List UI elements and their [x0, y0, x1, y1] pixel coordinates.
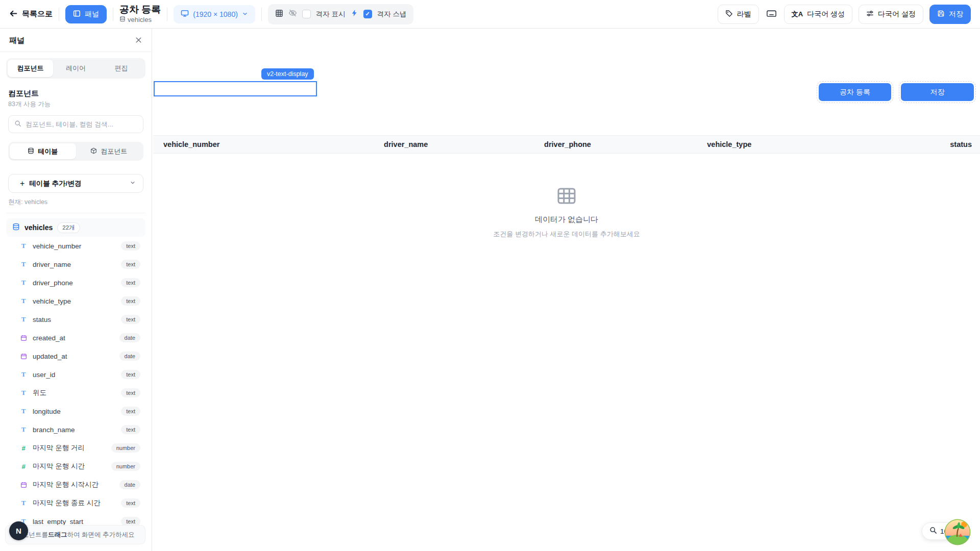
panel-close-button[interactable] — [135, 36, 142, 45]
toggle-components[interactable]: 컴포넌트 — [76, 143, 142, 159]
save-icon — [937, 10, 945, 19]
column-header: vehicle_type — [648, 140, 810, 148]
column-header: vehicle_number — [153, 140, 325, 148]
component-panel: 패널 컴포넌트 레이어 편집 컴포넌트 83개 사용 가능 — [0, 29, 152, 551]
grid-show-checkbox[interactable] — [302, 10, 311, 18]
field-type-badge: text — [121, 241, 140, 251]
panel-button-label: 패널 — [85, 10, 99, 19]
grid-snap-checkbox[interactable]: ✓ — [363, 10, 372, 18]
chevron-down-icon — [130, 180, 136, 187]
i18n-settings-button[interactable]: 다국어 설정 — [859, 5, 923, 24]
search-input[interactable] — [26, 120, 137, 128]
table-row-vehicles[interactable]: vehicles 22개 — [6, 218, 145, 237]
panel-toggle-button[interactable]: 패널 — [65, 5, 107, 23]
panel-tabs: 컴포넌트 레이어 편집 — [6, 58, 145, 79]
selected-text-display-component[interactable] — [154, 81, 317, 96]
grid-show-label: 격자 표시 — [316, 10, 346, 19]
plus-icon: + — [20, 179, 24, 188]
field-row[interactable]: T user_id text — [6, 365, 145, 384]
field-row[interactable]: T vehicle_type text — [6, 292, 145, 310]
field-row[interactable]: created_at date — [6, 329, 145, 347]
text-field-icon: T — [19, 260, 28, 268]
field-row[interactable]: # 마지막 운행 시간 number — [6, 457, 145, 475]
field-row[interactable]: T 위도 text — [6, 384, 145, 402]
save-button-label: 저장 — [949, 10, 963, 19]
field-row[interactable]: T driver_name text — [6, 255, 145, 273]
divider — [261, 8, 262, 21]
text-field-icon: T — [19, 389, 28, 397]
text-field-icon: T — [19, 499, 28, 507]
field-type-badge: number — [111, 443, 140, 453]
add-change-table-button[interactable]: + 테이블 추가/변경 — [8, 174, 143, 193]
user-avatar[interactable]: N — [9, 521, 28, 540]
field-type-badge: text — [121, 296, 140, 306]
field-row[interactable]: # 마지막 운행 거리 number — [6, 439, 145, 457]
field-row[interactable]: T longitude text — [6, 402, 145, 420]
keyboard-icon — [766, 8, 777, 20]
i18n-generate-label: 다국어 생성 — [807, 10, 845, 19]
close-icon — [135, 36, 142, 45]
island-widget-button[interactable] — [944, 518, 971, 546]
resolution-selector[interactable]: (980 × 551) — [174, 5, 255, 23]
tag-icon — [725, 10, 733, 19]
text-field-icon: T — [19, 407, 28, 415]
component-search — [8, 115, 143, 133]
back-to-list-button[interactable]: 목록으로 — [9, 9, 53, 19]
field-type-badge: text — [121, 370, 140, 379]
field-row[interactable]: T status text — [6, 310, 145, 329]
date-field-icon — [19, 335, 28, 341]
empty-state: 데이터가 없습니다 조건을 변경하거나 새로운 데이터를 추가해보세요 — [153, 182, 980, 239]
number-field-icon: # — [19, 444, 28, 452]
empty-state-title: 데이터가 없습니다 — [535, 215, 598, 224]
toggle-tables-label: 테이블 — [38, 147, 58, 156]
label-button-text: 라벨 — [737, 10, 751, 19]
editor-canvas[interactable]: v2-text-display 공차 등록 저장 vehicle_number … — [152, 29, 980, 551]
empty-table-icon — [556, 186, 577, 208]
canvas-save-button[interactable]: 저장 — [901, 83, 974, 101]
tab-edit[interactable]: 편집 — [99, 60, 144, 77]
tropical-island-icon — [944, 539, 971, 547]
page-title: 공차 등록 — [119, 4, 161, 15]
lightning-icon — [351, 9, 358, 19]
i18n-generate-button[interactable]: 文A 다국어 생성 — [784, 5, 852, 24]
field-row[interactable]: T vehicle_number text — [6, 237, 145, 255]
components-available-count: 83개 사용 가능 — [8, 100, 143, 109]
table-name: vehicles — [24, 223, 53, 232]
field-type-badge: text — [121, 315, 140, 324]
components-section-title: 컴포넌트 — [8, 89, 143, 98]
field-row[interactable]: T branch_name text — [6, 420, 145, 439]
magnifier-icon — [929, 527, 937, 536]
tab-components[interactable]: 컴포넌트 — [8, 60, 53, 77]
field-row[interactable]: 마지막 운행 시작시간 date — [6, 475, 145, 494]
field-row[interactable]: T 마지막 운행 종료 시간 text — [6, 494, 145, 512]
field-type-badge: text — [121, 407, 140, 416]
translate-icon: 文A — [792, 10, 803, 19]
toggle-components-label: 컴포넌트 — [101, 147, 127, 156]
keyboard-shortcuts-button[interactable] — [765, 8, 778, 20]
page-title-block: 공차 등록 vehicles — [119, 4, 161, 24]
toggle-tables[interactable]: 테이블 — [10, 143, 76, 159]
grid-snap-label: 격자 스냅 — [377, 10, 407, 19]
tab-layers[interactable]: 레이어 — [53, 60, 99, 77]
grid-options-group: 격자 표시 ✓ 격자 스냅 — [268, 4, 414, 24]
label-button[interactable]: 라벨 — [718, 5, 759, 24]
field-row[interactable]: T driver_phone text — [6, 273, 145, 292]
save-button[interactable]: 저장 — [929, 5, 971, 24]
column-header: driver_name — [325, 140, 487, 148]
text-field-icon: T — [19, 242, 28, 250]
text-field-icon: T — [19, 297, 28, 305]
text-field-icon: T — [19, 370, 28, 379]
number-field-icon: # — [19, 463, 28, 470]
data-table-header[interactable]: vehicle_number driver_name driver_phone … — [153, 135, 980, 154]
database-icon — [119, 16, 126, 24]
database-icon — [28, 147, 34, 156]
field-row[interactable]: updated_at date — [6, 347, 145, 365]
back-arrow-icon — [9, 9, 18, 19]
canvas-register-button[interactable]: 공차 등록 — [819, 83, 891, 101]
i18n-settings-label: 다국어 설정 — [878, 10, 916, 19]
column-header: driver_phone — [487, 140, 649, 148]
drag-hint-bold: 드래그 — [48, 531, 67, 539]
text-field-icon: T — [19, 425, 28, 434]
divider — [59, 8, 59, 21]
divider — [167, 8, 167, 21]
